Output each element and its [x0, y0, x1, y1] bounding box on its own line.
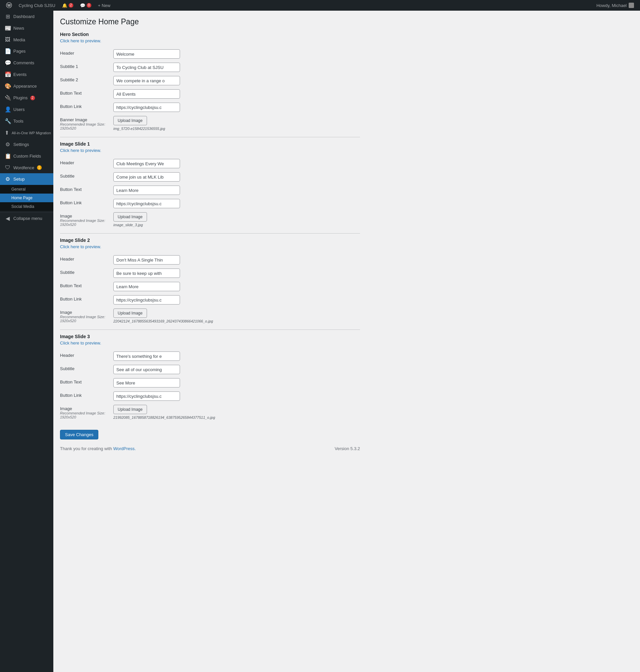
sidebar-item-all-in-one[interactable]: ⬆ All-in-One WP Migration: [0, 127, 53, 139]
sidebar-item-label: Wordfence: [13, 165, 34, 170]
slide2-subtitle-label: Subtitle: [60, 267, 113, 280]
hero-subtitle2-input[interactable]: [113, 76, 180, 85]
setup-submenu: General Home Page Social Media: [0, 185, 53, 211]
slide3-subtitle-input[interactable]: [113, 365, 180, 374]
slide2-upload-button[interactable]: Upload Image: [113, 309, 147, 318]
hero-header-input[interactable]: [113, 49, 180, 59]
events-icon: 📅: [5, 71, 11, 78]
slide1-button-link-input[interactable]: [113, 199, 180, 208]
sidebar-item-users[interactable]: 👤 Users: [0, 104, 53, 115]
slide3-section-header: Image Slide 3: [60, 334, 360, 339]
submenu-item-label: Social Media: [11, 204, 34, 209]
slide1-header-input[interactable]: [113, 159, 180, 168]
custom-fields-icon: 📋: [5, 153, 11, 159]
hero-subtitle1-label: Subtitle 1: [60, 61, 113, 74]
sidebar-item-label: Setup: [13, 177, 25, 182]
hero-upload-button[interactable]: Upload Image: [113, 116, 147, 125]
pages-icon: 📄: [5, 48, 11, 54]
slide1-header-row: Header: [60, 157, 360, 170]
slide1-subtitle-input[interactable]: [113, 172, 180, 182]
sidebar-item-label: Comments: [13, 60, 34, 65]
submenu-item-home-page[interactable]: Home Page: [0, 194, 53, 202]
sidebar-item-settings[interactable]: ⚙ Settings: [0, 139, 53, 150]
slide3-form-table: Header Subtitle Button Text Button Link: [60, 349, 360, 422]
save-button[interactable]: Save Changes: [60, 430, 98, 439]
slide1-subtitle-label: Subtitle: [60, 170, 113, 183]
hero-section-header: Hero Section: [60, 32, 360, 37]
comments-item[interactable]: 💬 0: [77, 0, 94, 11]
slide2-header-input[interactable]: [113, 255, 180, 265]
howdy-text: Howdy, Michael: [596, 3, 627, 8]
hero-button-link-input[interactable]: [113, 103, 180, 112]
footer-text: Thank you for creating with: [60, 446, 112, 451]
slide1-preview-link[interactable]: Click here to preview.: [60, 148, 101, 153]
slide1-form-table: Header Subtitle Button Text Button Link: [60, 157, 360, 229]
site-name-item[interactable]: Cycling Club SJSU: [15, 0, 59, 11]
notifications-item[interactable]: 🔔 2: [59, 0, 77, 11]
slide2-button-link-label: Button Link: [60, 293, 113, 307]
slide2-button-text-row: Button Text: [60, 280, 360, 293]
slide3-button-link-label: Button Link: [60, 389, 113, 403]
sidebar: ⊞ Dashboard 📰 News 🖼 Media 📄 Pa: [0, 11, 53, 672]
submenu-item-general[interactable]: General: [0, 185, 53, 194]
slide2-button-text-input[interactable]: [113, 282, 180, 291]
sidebar-item-custom-fields[interactable]: 📋 Custom Fields: [0, 150, 53, 162]
sidebar-item-label: Media: [13, 37, 25, 42]
hero-preview-link[interactable]: Click here to preview.: [60, 38, 101, 43]
howdy-item[interactable]: Howdy, Michael: [593, 3, 637, 8]
sidebar-item-media[interactable]: 🖼 Media: [0, 34, 53, 45]
slide1-upload-button[interactable]: Upload Image: [113, 212, 147, 222]
hero-banner-image-row: Banner Image Recommended Image Size: 192…: [60, 114, 360, 133]
slide1-image-filename: image_slide_3.jpg: [113, 223, 360, 227]
sidebar-collapse[interactable]: ◀ Collapse menu: [0, 212, 53, 224]
notifications-icon: 🔔: [62, 3, 67, 8]
divider-1: [60, 137, 360, 137]
slide2-subtitle-input[interactable]: [113, 269, 180, 278]
sidebar-item-dashboard[interactable]: ⊞ Dashboard: [0, 11, 53, 22]
hero-form-table: Header Subtitle 1 Subtitle 2 Button Text: [60, 47, 360, 133]
save-section: Save Changes: [60, 424, 360, 439]
new-item[interactable]: + New: [94, 0, 114, 11]
comments-nav-icon: 💬: [5, 60, 11, 66]
slide2-form-table: Header Subtitle Button Text Button Link: [60, 253, 360, 326]
hero-button-text-label: Button Text: [60, 87, 113, 101]
hero-subtitle1-input[interactable]: [113, 63, 180, 72]
slide3-preview-link[interactable]: Click here to preview.: [60, 341, 101, 345]
hero-button-text-input[interactable]: [113, 89, 180, 99]
sidebar-item-wordfence[interactable]: 🛡 Wordfence 1: [0, 162, 53, 173]
hero-banner-image-label: Banner Image Recommended Image Size: 192…: [60, 114, 113, 133]
site-name-label: Cycling Club SJSU: [19, 3, 55, 8]
new-label: + New: [98, 3, 110, 8]
sidebar-item-appearance[interactable]: 🎨 Appearance: [0, 80, 53, 92]
hero-header-row: Header: [60, 47, 360, 61]
sidebar-item-tools[interactable]: 🔧 Tools: [0, 115, 53, 127]
divider-2: [60, 233, 360, 234]
slide3-button-text-input[interactable]: [113, 378, 180, 387]
slide3-subtitle-label: Subtitle: [60, 363, 113, 376]
slide3-button-link-input[interactable]: [113, 391, 180, 401]
slide2-header-row: Header: [60, 253, 360, 267]
sidebar-item-events[interactable]: 📅 Events: [0, 69, 53, 80]
sidebar-item-setup[interactable]: ⚙ Setup General Home Page: [0, 173, 53, 211]
submenu-item-label: General: [11, 187, 26, 192]
wordfence-badge: 1: [37, 165, 42, 170]
sidebar-item-comments[interactable]: 💬 Comments: [0, 57, 53, 69]
wp-logo-item[interactable]: ⓦ: [3, 0, 15, 11]
submenu-item-social-media[interactable]: Social Media: [0, 202, 53, 211]
sidebar-item-label: Dashboard: [13, 14, 35, 19]
slide3-upload-button[interactable]: Upload Image: [113, 405, 147, 414]
sidebar-item-plugins[interactable]: 🔌 Plugins 2: [0, 92, 53, 104]
slide1-button-text-input[interactable]: [113, 185, 180, 195]
hero-header-label: Header: [60, 47, 113, 61]
slide2-button-link-input[interactable]: [113, 295, 180, 304]
footer-link[interactable]: WordPress.: [113, 446, 136, 451]
admin-bar: ⓦ Cycling Club SJSU 🔔 2 💬 0 + New Howdy,…: [0, 0, 640, 11]
sidebar-item-pages[interactable]: 📄 Pages: [0, 45, 53, 57]
slide3-header-input[interactable]: [113, 352, 180, 361]
sidebar-item-news[interactable]: 📰 News: [0, 22, 53, 34]
sidebar-item-label: Tools: [13, 119, 23, 124]
divider-3: [60, 329, 360, 330]
wordfence-icon: 🛡: [5, 165, 11, 170]
settings-icon: ⚙: [5, 141, 11, 148]
slide2-preview-link[interactable]: Click here to preview.: [60, 244, 101, 249]
